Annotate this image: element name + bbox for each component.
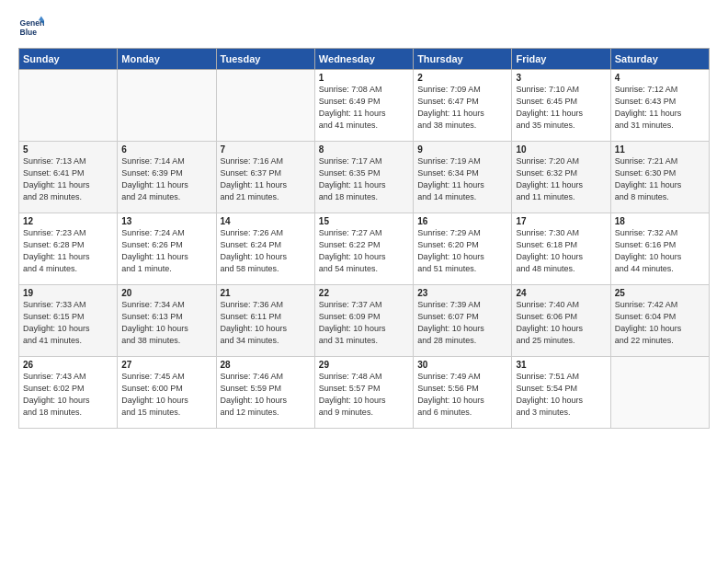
day-number: 12	[23, 216, 113, 226]
calendar-cell: 18Sunrise: 7:32 AMSunset: 6:16 PMDayligh…	[610, 213, 709, 285]
calendar-cell: 8Sunrise: 7:17 AMSunset: 6:35 PMDaylight…	[314, 142, 413, 213]
day-info: Sunrise: 7:10 AMSunset: 6:45 PMDaylight:…	[516, 84, 606, 132]
calendar-header-row: SundayMondayTuesdayWednesdayThursdayFrid…	[19, 49, 710, 70]
day-number: 4	[615, 73, 705, 83]
week-row-3: 12Sunrise: 7:23 AMSunset: 6:28 PMDayligh…	[19, 213, 710, 285]
day-number: 28	[221, 360, 311, 370]
calendar-cell: 22Sunrise: 7:37 AMSunset: 6:09 PMDayligh…	[314, 285, 413, 357]
day-number: 17	[516, 216, 606, 226]
day-number: 20	[121, 288, 211, 298]
calendar-cell: 28Sunrise: 7:46 AMSunset: 5:59 PMDayligh…	[216, 357, 314, 429]
week-row-5: 26Sunrise: 7:43 AMSunset: 6:02 PMDayligh…	[19, 357, 710, 429]
day-number: 8	[319, 144, 409, 155]
week-row-2: 5Sunrise: 7:13 AMSunset: 6:41 PMDaylight…	[19, 142, 710, 213]
day-info: Sunrise: 7:21 AMSunset: 6:30 PMDaylight:…	[615, 155, 705, 203]
calendar-cell: 9Sunrise: 7:19 AMSunset: 6:34 PMDaylight…	[414, 142, 512, 213]
day-number: 9	[417, 144, 507, 155]
day-info: Sunrise: 7:42 AMSunset: 6:04 PMDaylight:…	[615, 299, 705, 347]
day-number: 14	[221, 216, 311, 226]
calendar-cell: 27Sunrise: 7:45 AMSunset: 6:00 PMDayligh…	[118, 357, 216, 429]
calendar-cell: 5Sunrise: 7:13 AMSunset: 6:41 PMDaylight…	[19, 142, 118, 213]
calendar-cell: 3Sunrise: 7:10 AMSunset: 6:45 PMDaylight…	[512, 70, 610, 142]
calendar-cell: 20Sunrise: 7:34 AMSunset: 6:13 PMDayligh…	[118, 285, 216, 357]
day-info: Sunrise: 7:39 AMSunset: 6:07 PMDaylight:…	[417, 299, 507, 347]
calendar-cell: 21Sunrise: 7:36 AMSunset: 6:11 PMDayligh…	[216, 285, 314, 357]
day-info: Sunrise: 7:49 AMSunset: 5:56 PMDaylight:…	[417, 371, 507, 419]
day-info: Sunrise: 7:20 AMSunset: 6:32 PMDaylight:…	[516, 155, 606, 203]
day-info: Sunrise: 7:45 AMSunset: 6:00 PMDaylight:…	[121, 371, 211, 419]
calendar-cell: 2Sunrise: 7:09 AMSunset: 6:47 PMDaylight…	[414, 70, 512, 142]
svg-text:Blue: Blue	[20, 28, 38, 37]
calendar-cell	[118, 70, 216, 142]
calendar-cell: 19Sunrise: 7:33 AMSunset: 6:15 PMDayligh…	[19, 285, 118, 357]
calendar-cell: 25Sunrise: 7:42 AMSunset: 6:04 PMDayligh…	[610, 285, 709, 357]
calendar-cell: 31Sunrise: 7:51 AMSunset: 5:54 PMDayligh…	[512, 357, 610, 429]
day-info: Sunrise: 7:29 AMSunset: 6:20 PMDaylight:…	[417, 227, 507, 275]
calendar-cell: 14Sunrise: 7:26 AMSunset: 6:24 PMDayligh…	[216, 213, 314, 285]
calendar-cell: 30Sunrise: 7:49 AMSunset: 5:56 PMDayligh…	[414, 357, 512, 429]
day-number: 7	[221, 144, 311, 155]
day-info: Sunrise: 7:30 AMSunset: 6:18 PMDaylight:…	[516, 227, 606, 275]
day-number: 18	[615, 216, 705, 226]
calendar-cell: 1Sunrise: 7:08 AMSunset: 6:49 PMDaylight…	[314, 70, 413, 142]
day-number: 29	[319, 360, 409, 370]
day-info: Sunrise: 7:34 AMSunset: 6:13 PMDaylight:…	[121, 299, 211, 347]
day-info: Sunrise: 7:27 AMSunset: 6:22 PMDaylight:…	[319, 227, 409, 275]
day-number: 31	[516, 360, 606, 370]
day-header-monday: Monday	[118, 49, 216, 70]
day-number: 11	[615, 144, 705, 155]
day-info: Sunrise: 7:32 AMSunset: 6:16 PMDaylight:…	[615, 227, 705, 275]
day-number: 22	[319, 288, 409, 298]
day-info: Sunrise: 7:09 AMSunset: 6:47 PMDaylight:…	[417, 84, 507, 132]
day-info: Sunrise: 7:36 AMSunset: 6:11 PMDaylight:…	[221, 299, 311, 347]
day-info: Sunrise: 7:16 AMSunset: 6:37 PMDaylight:…	[221, 155, 311, 203]
calendar-cell: 13Sunrise: 7:24 AMSunset: 6:26 PMDayligh…	[118, 213, 216, 285]
calendar-cell	[610, 357, 709, 429]
day-info: Sunrise: 7:48 AMSunset: 5:57 PMDaylight:…	[319, 371, 409, 419]
day-header-friday: Friday	[512, 49, 610, 70]
week-row-4: 19Sunrise: 7:33 AMSunset: 6:15 PMDayligh…	[19, 285, 710, 357]
day-number: 5	[23, 144, 113, 155]
day-info: Sunrise: 7:26 AMSunset: 6:24 PMDaylight:…	[221, 227, 311, 275]
day-header-sunday: Sunday	[19, 49, 118, 70]
day-header-saturday: Saturday	[610, 49, 709, 70]
day-info: Sunrise: 7:40 AMSunset: 6:06 PMDaylight:…	[516, 299, 606, 347]
day-info: Sunrise: 7:24 AMSunset: 6:26 PMDaylight:…	[121, 227, 211, 275]
day-number: 27	[121, 360, 211, 370]
day-number: 16	[417, 216, 507, 226]
calendar-cell: 17Sunrise: 7:30 AMSunset: 6:18 PMDayligh…	[512, 213, 610, 285]
day-header-wednesday: Wednesday	[314, 49, 413, 70]
day-info: Sunrise: 7:37 AMSunset: 6:09 PMDaylight:…	[319, 299, 409, 347]
day-number: 23	[417, 288, 507, 298]
day-header-thursday: Thursday	[414, 49, 512, 70]
calendar-cell: 6Sunrise: 7:14 AMSunset: 6:39 PMDaylight…	[118, 142, 216, 213]
day-info: Sunrise: 7:12 AMSunset: 6:43 PMDaylight:…	[615, 84, 705, 132]
calendar-cell: 26Sunrise: 7:43 AMSunset: 6:02 PMDayligh…	[19, 357, 118, 429]
calendar-cell: 12Sunrise: 7:23 AMSunset: 6:28 PMDayligh…	[19, 213, 118, 285]
day-info: Sunrise: 7:43 AMSunset: 6:02 PMDaylight:…	[23, 371, 113, 419]
calendar-cell: 11Sunrise: 7:21 AMSunset: 6:30 PMDayligh…	[610, 142, 709, 213]
day-number: 30	[417, 360, 507, 370]
day-info: Sunrise: 7:17 AMSunset: 6:35 PMDaylight:…	[319, 155, 409, 203]
calendar-cell: 23Sunrise: 7:39 AMSunset: 6:07 PMDayligh…	[414, 285, 512, 357]
day-info: Sunrise: 7:14 AMSunset: 6:39 PMDaylight:…	[121, 155, 211, 203]
page-header: General Blue	[18, 15, 710, 40]
day-number: 24	[516, 288, 606, 298]
calendar-cell	[19, 70, 118, 142]
day-number: 10	[516, 144, 606, 155]
day-info: Sunrise: 7:23 AMSunset: 6:28 PMDaylight:…	[23, 227, 113, 275]
calendar: SundayMondayTuesdayWednesdayThursdayFrid…	[18, 48, 710, 429]
day-info: Sunrise: 7:08 AMSunset: 6:49 PMDaylight:…	[319, 84, 409, 132]
day-number: 15	[319, 216, 409, 226]
calendar-cell: 16Sunrise: 7:29 AMSunset: 6:20 PMDayligh…	[414, 213, 512, 285]
calendar-cell: 15Sunrise: 7:27 AMSunset: 6:22 PMDayligh…	[314, 213, 413, 285]
day-number: 6	[121, 144, 211, 155]
calendar-cell: 7Sunrise: 7:16 AMSunset: 6:37 PMDaylight…	[216, 142, 314, 213]
calendar-cell: 4Sunrise: 7:12 AMSunset: 6:43 PMDaylight…	[610, 70, 709, 142]
calendar-cell	[216, 70, 314, 142]
day-info: Sunrise: 7:13 AMSunset: 6:41 PMDaylight:…	[23, 155, 113, 203]
day-number: 25	[615, 288, 705, 298]
week-row-1: 1Sunrise: 7:08 AMSunset: 6:49 PMDaylight…	[19, 70, 710, 142]
day-number: 2	[417, 73, 507, 83]
day-number: 19	[23, 288, 113, 298]
